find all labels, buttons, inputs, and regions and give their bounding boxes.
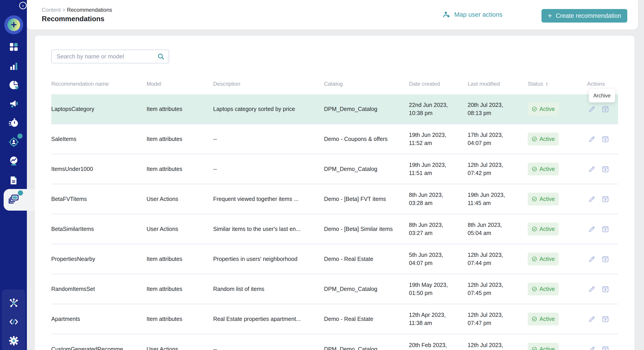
sidebar-item-developer[interactable]: [6, 315, 21, 329]
table-row[interactable]: RandomItemsSet Item attributes Random li…: [51, 274, 618, 304]
cell-description: Properties in users' neighborhood: [213, 255, 324, 263]
cell-description: Frequent viewed together items ...: [213, 195, 324, 203]
edit-button[interactable]: [587, 165, 596, 174]
edit-button[interactable]: [587, 224, 596, 234]
archive-button[interactable]: [601, 314, 610, 324]
archive-button[interactable]: [601, 345, 610, 350]
column-header-status[interactable]: Status↑: [528, 80, 587, 87]
archive-box-icon: [602, 135, 609, 143]
content-layers-icon: [8, 193, 20, 205]
column-header-recommendation-name[interactable]: Recommendation name: [51, 81, 146, 87]
edit-button[interactable]: [587, 194, 596, 204]
cell-status: Active: [528, 283, 587, 296]
edit-pencil-icon: [588, 225, 596, 233]
status-badge: Active: [528, 133, 559, 146]
sidebar-item-documents[interactable]: [6, 173, 21, 188]
table-row[interactable]: SaleItems Item attributes -- Demo - Coup…: [51, 124, 618, 154]
edit-button[interactable]: [587, 345, 596, 350]
check-circle-icon: [532, 196, 537, 202]
cell-catalog: DPM_Demo_Catalog: [324, 285, 409, 293]
column-header-model[interactable]: Model: [146, 81, 213, 87]
cell-recommendation-name: BetaSimilarItems: [51, 225, 146, 233]
edit-button[interactable]: [587, 314, 596, 324]
create-recommendation-button[interactable]: + Create recommendation: [542, 9, 627, 22]
search-icon[interactable]: [157, 53, 164, 60]
check-circle-icon: [532, 256, 537, 262]
plus-icon: +: [548, 12, 552, 19]
archive-box-icon: [602, 255, 609, 263]
table-row[interactable]: PropertiesNearby Item attributes Propert…: [51, 244, 618, 274]
archive-button[interactable]: [601, 224, 610, 234]
column-header-catalog[interactable]: Catalog: [324, 81, 409, 87]
sidebar-item-triggers[interactable]: [6, 116, 21, 130]
cell-last-modified: 20th Jul 2023,08:13 pm: [468, 101, 528, 117]
sidebar-item-analytics[interactable]: [6, 59, 21, 73]
cell-recommendation-name: CustomGeneratedRecomme...: [51, 345, 146, 350]
archive-box-icon: [602, 315, 609, 323]
search-box: [51, 50, 169, 63]
edit-button[interactable]: [587, 104, 596, 114]
column-header-description[interactable]: Description: [213, 81, 324, 87]
map-user-actions-label: Map user actions: [454, 11, 502, 18]
check-circle-icon: [532, 166, 537, 172]
sidebar-item-campaigns[interactable]: [6, 97, 21, 111]
top-header: Content > Recommendations Recommendation…: [27, 0, 638, 29]
table-row[interactable]: BetaFVTitems User Actions Frequent viewe…: [51, 184, 618, 214]
status-label: Active: [540, 165, 555, 173]
sidebar-item-integrations[interactable]: [6, 296, 21, 310]
sidebar-item-audiences[interactable]: [6, 135, 21, 149]
sidebar: › +: [0, 0, 27, 350]
cell-model: Item attributes: [146, 255, 213, 263]
breadcrumb-current: Recommendations: [67, 7, 112, 13]
table-row[interactable]: CustomGeneratedRecomme... User Actions -…: [51, 334, 618, 350]
table-row[interactable]: ItemsUnder1000 Item attributes -- DPM_De…: [51, 154, 618, 184]
edit-button[interactable]: [587, 284, 596, 294]
cell-status: Active: [528, 103, 587, 116]
edit-button[interactable]: [587, 134, 596, 144]
column-header-date-created[interactable]: Date created: [409, 81, 468, 87]
cell-actions: [587, 224, 618, 234]
cell-recommendation-name: ItemsUnder1000: [51, 165, 146, 173]
archive-button[interactable]: [601, 284, 610, 294]
map-user-actions-link[interactable]: Map user actions: [442, 10, 502, 19]
cell-catalog: Demo - Real Estate: [324, 255, 409, 263]
cell-description: Laptops category sorted by price: [213, 105, 324, 113]
cell-last-modified: 12th Jul 2023,07:45 pm: [468, 281, 528, 297]
sidebar-item-predictions[interactable]: [6, 154, 21, 168]
status-badge: Active: [528, 253, 559, 266]
status-label: Active: [540, 255, 555, 263]
status-label: Active: [540, 135, 555, 143]
table-header-row: Recommendation nameModelDescriptionCatal…: [51, 73, 618, 94]
cell-actions: [587, 165, 618, 174]
archive-button[interactable]: [601, 134, 610, 144]
sidebar-create-button[interactable]: +: [4, 15, 23, 34]
archive-box-icon: [602, 346, 609, 350]
dashboard-grid-icon: [8, 42, 19, 52]
cell-status: Active: [528, 313, 587, 326]
archive-button[interactable]: [601, 194, 610, 204]
notification-dot: [18, 190, 23, 195]
table-row[interactable]: LaptopsCategory Item attributes Laptops …: [51, 94, 618, 124]
table-row[interactable]: Apartments Item attributes Real Estate p…: [51, 304, 618, 334]
search-input[interactable]: [51, 50, 169, 63]
archive-button[interactable]: [601, 104, 610, 114]
sidebar-item-reports[interactable]: [6, 78, 21, 92]
archive-button[interactable]: [601, 254, 610, 264]
user-gear-icon: [442, 10, 451, 19]
status-label: Active: [540, 105, 555, 113]
cell-date-created: 20th Feb 2023,09:44 am: [409, 341, 468, 350]
archive-box-icon: [602, 105, 609, 113]
sidebar-expand-button[interactable]: ›: [19, 2, 27, 9]
sidebar-item-dashboard[interactable]: [6, 40, 21, 54]
stopwatch-icon: [8, 118, 19, 128]
table-row[interactable]: BetaSimilarItems User Actions Similar it…: [51, 214, 618, 244]
column-header-last-modified[interactable]: Last modified: [468, 81, 528, 87]
sidebar-item-content[interactable]: [6, 192, 21, 206]
column-header-actions[interactable]: Actions: [587, 81, 618, 87]
archive-button[interactable]: [601, 165, 610, 174]
edit-button[interactable]: [587, 254, 596, 264]
breadcrumb-parent[interactable]: Content: [42, 7, 61, 13]
cell-model: User Actions: [146, 195, 213, 203]
sidebar-item-settings[interactable]: [6, 334, 21, 348]
cell-date-created: 19th Jun 2023,11:52 am: [409, 131, 468, 147]
